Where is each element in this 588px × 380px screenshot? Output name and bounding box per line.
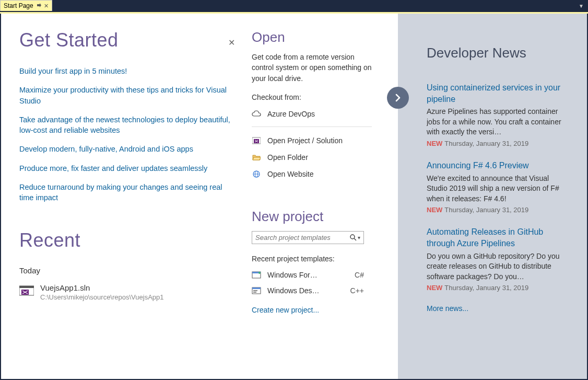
news-title-link[interactable]: Using containerized services in your pip…	[427, 82, 571, 105]
developer-news-panel: Developer News Using containerized servi…	[398, 14, 587, 379]
solution-icon	[19, 285, 34, 296]
get-started-panel: ✕ Get Started Build your first app in 5 …	[1, 14, 252, 379]
title-bar: Start Page ✕ ▼	[0, 0, 588, 12]
action-label: Azure DevOps	[267, 110, 315, 118]
open-folder[interactable]: Open Folder	[252, 149, 387, 166]
globe-icon	[252, 169, 261, 179]
search-templates-box[interactable]: ▾	[252, 231, 364, 244]
search-input[interactable]	[255, 234, 350, 241]
news-item: Announcing F# 4.6 Preview We're excited …	[427, 160, 571, 214]
divider	[252, 126, 372, 127]
news-date: NEWThursday, January 31, 2019	[427, 140, 571, 147]
news-date: NEWThursday, January 31, 2019	[427, 284, 571, 292]
news-date-text: Thursday, January 31, 2019	[444, 140, 528, 147]
new-project-section: New project ▾ Recent project templates: …	[252, 209, 387, 314]
news-description: Do you own a GitHub repository? Do you c…	[427, 251, 568, 282]
main-content: ✕ Get Started Build your first app in 5 …	[0, 14, 588, 380]
svg-rect-16	[253, 292, 256, 293]
svg-rect-1	[19, 286, 34, 288]
link-item[interactable]: Maximize your productivity with these ti…	[19, 85, 233, 106]
pin-icon[interactable]	[37, 3, 42, 9]
template-row[interactable]: Windows Des… C++	[252, 283, 364, 298]
news-description: Azure Pipelines has supported container …	[427, 107, 568, 137]
expand-news-button[interactable]	[387, 87, 409, 109]
news-item: Automating Releases in GitHub through Az…	[427, 226, 571, 292]
more-news-link[interactable]: More news...	[427, 304, 571, 313]
get-started-links: Build your first app in 5 minutes! Maxim…	[19, 66, 233, 203]
recent-today-label: Today	[19, 266, 233, 275]
news-date-text: Thursday, January 31, 2019	[444, 206, 528, 214]
recent-item-path: C:\Users\mikejo\source\repos\VuejsApp1	[40, 293, 164, 301]
link-item[interactable]: Build your first app in 5 minutes!	[19, 66, 233, 76]
chevron-right-icon	[394, 94, 402, 102]
close-tab-icon[interactable]: ✕	[44, 3, 49, 9]
action-label: Open Project / Solution	[267, 136, 343, 145]
checkout-label: Checkout from:	[252, 93, 387, 101]
checkout-azure-devops[interactable]: Azure DevOps	[252, 106, 387, 122]
close-panel-icon[interactable]: ✕	[228, 38, 235, 48]
news-new-badge: NEW	[427, 206, 442, 214]
open-title: Open	[252, 29, 387, 45]
cloud-icon	[252, 109, 261, 119]
svg-line-9	[354, 238, 356, 240]
svg-point-12	[258, 272, 261, 274]
news-description: We're excited to announce that Visual St…	[427, 174, 568, 204]
folder-icon	[252, 153, 261, 162]
open-project-solution[interactable]: Open Project / Solution	[252, 132, 387, 149]
open-panel: Open Get code from a remote version cont…	[252, 14, 398, 379]
open-description: Get code from a remote version control s…	[252, 52, 377, 84]
news-title-link[interactable]: Announcing F# 4.6 Preview	[427, 160, 571, 171]
window-icon	[252, 286, 261, 295]
template-name: Windows Des…	[267, 286, 345, 295]
template-name: Windows For…	[267, 271, 349, 279]
svg-rect-14	[252, 287, 261, 289]
new-project-title: New project	[252, 209, 387, 225]
template-row[interactable]: Windows For… C#	[252, 267, 364, 283]
link-item[interactable]: Reduce turnaround by making your changes…	[19, 182, 233, 203]
get-started-title: Get Started	[19, 29, 233, 51]
tab-label: Start Page	[4, 2, 33, 9]
news-title-link[interactable]: Automating Releases in GitHub through Az…	[427, 226, 571, 249]
recent-title: Recent	[19, 229, 233, 251]
recent-item-name: VuejsApp1.sln	[40, 283, 164, 292]
create-new-project-link[interactable]: Create new project...	[252, 306, 387, 314]
action-label: Open Website	[267, 170, 313, 178]
svg-rect-15	[253, 290, 257, 291]
news-new-badge: NEW	[427, 140, 442, 147]
recent-section: Recent Today VuejsApp1.sln C:\Users\mike…	[19, 229, 233, 301]
search-icon[interactable]: ▾	[350, 234, 360, 241]
tab-start-page[interactable]: Start Page ✕	[0, 0, 52, 11]
window-icon	[252, 271, 261, 279]
action-label: Open Folder	[267, 153, 308, 162]
developer-news-title: Developer News	[427, 45, 571, 61]
vs-icon	[252, 136, 261, 145]
recent-item[interactable]: VuejsApp1.sln C:\Users\mikejo\source\rep…	[19, 283, 233, 301]
template-lang: C++	[350, 286, 364, 295]
template-lang: C#	[355, 271, 364, 279]
news-date-text: Thursday, January 31, 2019	[444, 284, 528, 292]
tab-dropdown-icon[interactable]: ▼	[579, 3, 584, 9]
recent-templates-label: Recent project templates:	[252, 255, 387, 263]
link-item[interactable]: Take advantage of the newest technologie…	[19, 114, 233, 136]
news-new-badge: NEW	[427, 284, 442, 292]
link-item[interactable]: Develop modern, fully-native, Android an…	[19, 144, 233, 154]
news-date: NEWThursday, January 31, 2019	[427, 206, 571, 214]
link-item[interactable]: Produce more, fix faster and deliver upd…	[19, 163, 233, 174]
svg-point-8	[350, 235, 355, 239]
open-website[interactable]: Open Website	[252, 166, 387, 182]
news-item: Using containerized services in your pip…	[427, 82, 571, 147]
